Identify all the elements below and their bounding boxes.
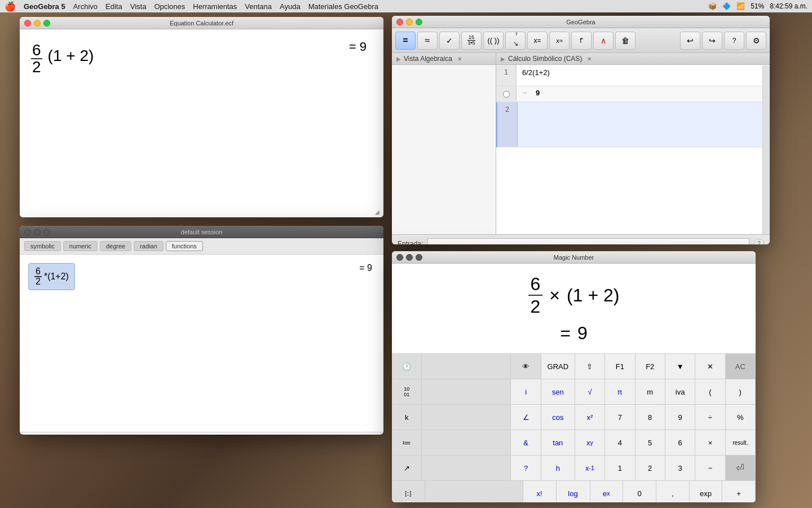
gg-close-button[interactable] (396, 19, 403, 25)
toolbar-x-approx-btn[interactable]: x≈ (549, 32, 570, 50)
toolbar-bell-curve-btn[interactable]: ∧ (593, 32, 614, 50)
kp-question[interactable]: ? (511, 456, 541, 480)
kp-6[interactable]: 6 (665, 430, 695, 455)
kp-down[interactable]: ▼ (665, 354, 695, 379)
kp-ac[interactable]: AC (726, 354, 756, 379)
toolbar-check-btn[interactable]: ✓ (439, 32, 460, 50)
tab-symbolic[interactable]: symbolic (24, 241, 61, 251)
kp-ampersand[interactable]: & (511, 430, 541, 455)
kp-5[interactable]: 5 (636, 430, 665, 455)
kp-i[interactable]: i (511, 379, 541, 404)
kp-2[interactable]: 2 (636, 456, 665, 480)
toolbar-paren-btn[interactable]: (( )) (483, 32, 504, 50)
maximize-button[interactable] (43, 20, 50, 27)
kp-plus[interactable]: + (722, 481, 756, 502)
tab-degree[interactable]: degree (100, 241, 131, 251)
algebraic-panel-close[interactable]: ✕ (457, 56, 462, 62)
kp-3[interactable]: 3 (665, 456, 695, 480)
kp-xy[interactable]: xy (575, 430, 605, 455)
kp-result[interactable]: result. (726, 430, 756, 455)
kp-list[interactable]: ≔ (392, 430, 422, 455)
resize-handle[interactable]: ◢ (375, 209, 382, 216)
kp-9[interactable]: 9 (665, 405, 695, 430)
cas-row-1-input[interactable]: 6/2(1+2) (517, 65, 770, 86)
session-close-button[interactable] (24, 229, 31, 235)
kp-f2[interactable]: F2 (636, 354, 665, 379)
kp-pi[interactable]: π (605, 379, 635, 404)
kp-shift[interactable]: ⇧ (575, 354, 605, 379)
radio-circle[interactable] (503, 91, 510, 98)
kp-tan[interactable]: tan (541, 430, 575, 455)
entrada-input[interactable] (427, 238, 749, 245)
close-button[interactable] (24, 20, 31, 27)
kp-0[interactable]: 0 (623, 481, 656, 502)
cas-row-2-input[interactable] (518, 102, 770, 147)
tab-functions[interactable]: functions (166, 241, 203, 251)
app-name[interactable]: GeoGebra 5 (24, 2, 65, 11)
kp-8[interactable]: 8 (636, 405, 665, 430)
input-help-btn[interactable]: ? (754, 239, 764, 245)
apple-menu[interactable]: 🍎 (5, 1, 16, 12)
menu-ventana[interactable]: Ventana (245, 2, 272, 11)
gg-minimize-button[interactable] (406, 19, 413, 25)
session-maximize-button[interactable] (43, 229, 50, 235)
kp-close-paren[interactable]: ) (726, 379, 756, 404)
menu-edita[interactable]: Edita (105, 2, 122, 11)
kp-cos[interactable]: cos (541, 405, 575, 430)
kp-x-squared[interactable]: x² (575, 405, 605, 430)
toolbar-7-btn[interactable]: 7 ↘ (505, 32, 526, 50)
toolbar-derivative-btn[interactable]: f' (571, 32, 592, 50)
kp-matrix[interactable]: [::] (392, 481, 425, 502)
kp-m[interactable]: m (636, 379, 665, 404)
kp-clock[interactable]: 🕐 (392, 354, 422, 379)
kp-sen[interactable]: sen (541, 379, 575, 404)
kp-minus[interactable]: − (695, 456, 725, 480)
menu-vista[interactable]: Vista (130, 2, 147, 11)
kp-exp-x[interactable]: ex (590, 481, 624, 502)
magic-close-btn[interactable] (396, 254, 403, 261)
kp-divide[interactable]: ÷ (695, 405, 725, 430)
cas-panel-close[interactable]: ✕ (587, 56, 592, 62)
kp-x-clear[interactable]: ✕ (695, 354, 725, 379)
tab-radian[interactable]: radian (134, 241, 164, 251)
kp-percent[interactable]: % (726, 405, 756, 430)
toolbar-help-btn[interactable]: ? (724, 32, 744, 50)
kp-comma[interactable]: , (656, 481, 690, 502)
kp-angle[interactable]: ∠ (511, 405, 541, 430)
kp-graph[interactable]: ↗ (392, 456, 422, 480)
kp-multiply[interactable]: × (695, 430, 725, 455)
kp-7[interactable]: 7 (605, 405, 635, 430)
kp-enter[interactable]: ⏎ (726, 456, 756, 480)
kp-k[interactable]: k (392, 405, 422, 430)
toolbar-redo-btn[interactable]: ↪ (702, 32, 722, 50)
magic-max-btn[interactable] (416, 254, 422, 261)
kp-sqrt[interactable]: √ (575, 379, 605, 404)
kp-grad[interactable]: GRAD (541, 354, 575, 379)
session-minimize-button[interactable] (34, 229, 41, 235)
cas-scrollbar[interactable] (762, 65, 770, 234)
kp-exp[interactable]: exp (690, 481, 723, 502)
kp-open-paren[interactable]: ( (695, 379, 725, 404)
kp-factorial[interactable]: x! (523, 481, 557, 502)
toolbar-undo-btn[interactable]: ↩ (680, 32, 700, 50)
menu-opciones[interactable]: Opciones (154, 2, 185, 11)
toolbar-equals-btn[interactable]: = (395, 32, 416, 50)
toolbar-approx-btn[interactable]: ≈ (417, 32, 438, 50)
kp-1[interactable]: 1 (605, 456, 635, 480)
magic-min-btn[interactable] (406, 254, 413, 261)
kp-eye[interactable]: 👁 (511, 354, 541, 379)
session-expression[interactable]: 6 2 *(1+2) (28, 263, 75, 290)
kp-binary[interactable]: 1001 (392, 379, 422, 404)
kp-4[interactable]: 4 (605, 430, 635, 455)
kp-x-inverse[interactable]: x-1 (575, 456, 605, 480)
menu-materiales[interactable]: Materiales GeoGebra (308, 2, 378, 11)
minimize-button[interactable] (34, 20, 41, 27)
kp-h[interactable]: h (541, 456, 575, 480)
kp-f1[interactable]: F1 (605, 354, 635, 379)
menu-ayuda[interactable]: Ayuda (280, 2, 301, 11)
toolbar-fraction-btn[interactable]: 15 3•5 (461, 32, 482, 50)
menu-herramientas[interactable]: Herramientas (193, 2, 237, 11)
tab-numeric[interactable]: numeric (63, 241, 98, 251)
kp-iva[interactable]: iva (665, 379, 695, 404)
toolbar-trash-btn[interactable]: 🗑 (615, 32, 636, 50)
